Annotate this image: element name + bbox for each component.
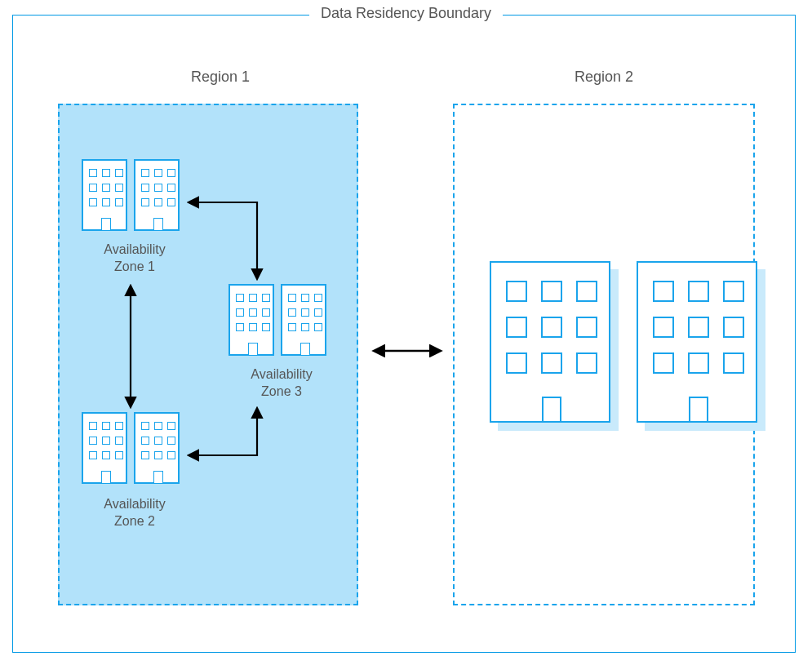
- boundary-title: Data Residency Boundary: [309, 5, 503, 22]
- datacenter-building-icon: [82, 159, 127, 231]
- availability-zone-2-label: Availability Zone 2: [82, 496, 188, 530]
- datacenter-building-icon: [82, 412, 127, 484]
- region-2-buildings-icon: [490, 261, 767, 432]
- diagram-canvas: Data Residency Boundary Region 1 Region …: [0, 0, 812, 665]
- datacenter-building-icon: [134, 159, 180, 231]
- availability-zone-3-icon: [229, 284, 330, 359]
- availability-zone-2-icon: [82, 412, 183, 487]
- region-1-title: Region 1: [171, 69, 269, 86]
- region-2-title: Region 2: [555, 69, 653, 86]
- datacenter-building-large-icon: [490, 261, 610, 423]
- availability-zone-1-label: Availability Zone 1: [82, 242, 188, 276]
- datacenter-building-icon: [281, 284, 326, 356]
- datacenter-building-icon: [229, 284, 274, 356]
- datacenter-building-icon: [134, 412, 180, 484]
- boundary-title-wrap: Data Residency Boundary: [0, 5, 812, 22]
- availability-zone-3-label: Availability Zone 3: [229, 366, 335, 401]
- availability-zone-1-icon: [82, 159, 183, 234]
- datacenter-building-large-icon: [637, 261, 757, 423]
